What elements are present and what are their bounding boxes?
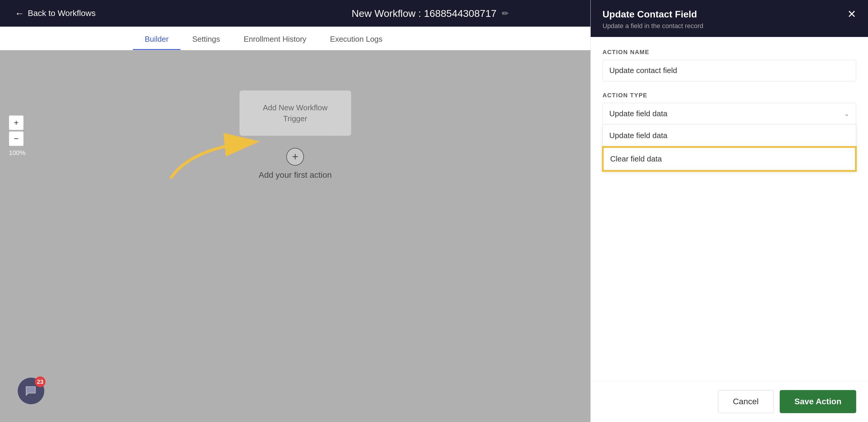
action-name-section: ACTION NAME <box>602 49 856 81</box>
panel-body: ACTION NAME ACTION TYPE Update field dat… <box>591 37 868 381</box>
zoom-out-button[interactable]: − <box>9 131 24 146</box>
panel-title: Update Contact Field <box>602 9 703 20</box>
workflow-title-text: New Workflow : 1688544308717 <box>351 8 496 19</box>
chat-bubble-icon <box>25 385 37 397</box>
action-name-label: ACTION NAME <box>602 49 856 56</box>
zoom-controls: + − 100% <box>9 115 25 157</box>
save-action-button[interactable]: Save Action <box>780 390 856 413</box>
panel-subtitle: Update a field in the contact record <box>602 22 703 30</box>
panel-header: Update Contact Field Update a field in t… <box>591 0 868 37</box>
tab-execution-logs[interactable]: Execution Logs <box>318 35 394 50</box>
selected-action-type: Update field data <box>609 109 668 118</box>
action-type-section: ACTION TYPE Update field data ⌄ Update f… <box>602 92 856 124</box>
zoom-in-button[interactable]: + <box>9 115 24 130</box>
back-label: Back to Workflows <box>28 8 96 18</box>
action-type-dropdown: Update field data Clear field data <box>602 124 856 171</box>
chevron-down-icon: ⌄ <box>844 110 849 118</box>
edit-icon[interactable]: ✏ <box>502 8 508 18</box>
zoom-level: 100% <box>9 149 25 157</box>
action-type-select-wrapper: Update field data ⌄ Update field data Cl… <box>602 103 856 124</box>
chat-icon-button[interactable]: 23 <box>18 378 44 404</box>
close-panel-button[interactable]: ✕ <box>847 9 856 20</box>
right-panel: Update Contact Field Update a field in t… <box>590 0 868 422</box>
back-to-workflows-button[interactable]: ← Back to Workflows <box>15 8 96 19</box>
plus-icon: + <box>292 150 298 163</box>
add-action-button[interactable]: + <box>286 148 304 166</box>
dropdown-item-clear-field[interactable]: Clear field data <box>603 147 856 171</box>
back-arrow-icon: ← <box>15 8 24 19</box>
dropdown-item-update-field[interactable]: Update field data <box>603 124 856 147</box>
cancel-button[interactable]: Cancel <box>718 390 774 413</box>
panel-footer: Cancel Save Action <box>591 381 868 422</box>
add-action-label: Add your first action <box>259 170 332 180</box>
action-name-input[interactable] <box>602 60 856 81</box>
workflow-canvas: + − 100% Add New WorkflowTrigger + Add y… <box>0 50 590 422</box>
action-type-label: ACTION TYPE <box>602 92 856 99</box>
add-action-area: + Add your first action <box>259 148 332 180</box>
tab-settings[interactable]: Settings <box>181 35 232 50</box>
tab-enrollment-history[interactable]: Enrollment History <box>232 35 318 50</box>
workflow-title: New Workflow : 1688544308717 ✏ <box>351 8 508 19</box>
action-type-select[interactable]: Update field data ⌄ <box>602 103 856 124</box>
chat-widget[interactable]: 23 <box>18 378 44 404</box>
trigger-box-text: Add New WorkflowTrigger <box>263 102 328 124</box>
tab-builder[interactable]: Builder <box>133 35 181 50</box>
trigger-box[interactable]: Add New WorkflowTrigger <box>239 90 351 136</box>
chat-badge: 23 <box>35 376 45 387</box>
